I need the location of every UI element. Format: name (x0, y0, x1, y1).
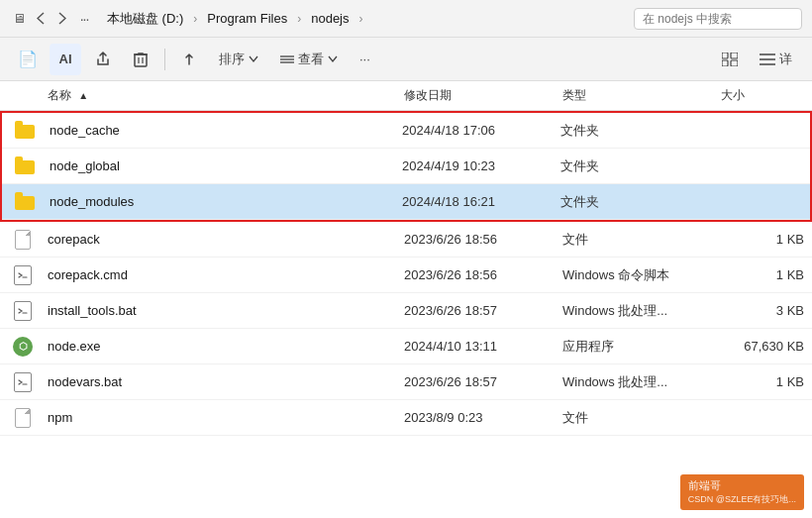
file-icon-cell (2, 194, 42, 210)
col-header-name[interactable]: 名称 ▲ (40, 87, 396, 104)
toolbar: 📄 AI 排序 查看 ··· 详 (0, 38, 812, 81)
table-row[interactable]: npm2023/8/9 0:23文件 (0, 400, 812, 436)
file-modified: 2023/8/9 0:23 (396, 410, 555, 425)
table-row[interactable]: nodevars.bat2023/6/26 18:57Windows 批处理..… (0, 364, 812, 400)
cmd-file-icon (14, 372, 32, 392)
list-view-button[interactable]: 详 (752, 44, 800, 75)
file-icon-cell (0, 301, 40, 321)
file-size: 1 KB (713, 267, 812, 282)
file-modified: 2023/6/26 18:57 (396, 303, 555, 318)
table-row[interactable]: install_tools.bat2023/6/26 18:57Windows … (0, 293, 812, 329)
file-type: 文件夹 (553, 193, 711, 211)
table-row[interactable]: node_global2024/4/19 10:23文件夹 (2, 149, 810, 184)
file-name: node_modules (50, 194, 134, 209)
file-type: 文件夹 (553, 157, 711, 175)
toolbar-separator (164, 49, 165, 70)
file-name: npm (48, 410, 72, 425)
file-name-cell: node_modules (42, 194, 394, 209)
file-icon-cell (0, 265, 40, 285)
file-modified: 2024/4/18 16:21 (394, 194, 553, 209)
table-row[interactable]: corepack2023/6/26 18:56文件1 KB (0, 222, 812, 258)
cmd-file-icon (14, 301, 32, 321)
file-modified: 2024/4/18 17:06 (394, 123, 553, 138)
file-size: 1 KB (713, 232, 812, 247)
new-file-button[interactable]: 📄 (12, 44, 44, 75)
file-name: corepack.cmd (48, 267, 128, 282)
file-type: 文件 (555, 231, 713, 249)
svg-rect-0 (135, 54, 147, 66)
file-type: 文件 (555, 409, 713, 427)
file-icon-cell (2, 158, 42, 174)
delete-button[interactable] (125, 44, 156, 75)
file-name: corepack (48, 232, 100, 247)
svg-rect-8 (731, 52, 738, 58)
search-input[interactable] (634, 8, 802, 30)
sort-button[interactable]: 排序 (211, 44, 266, 75)
file-name-cell: npm (40, 410, 396, 425)
file-modified: 2024/4/10 13:11 (396, 339, 555, 354)
file-type: Windows 命令脚本 (555, 266, 713, 284)
file-name-cell: node_cache (42, 123, 394, 138)
breadcrumb-program-files[interactable]: Program Files (201, 9, 293, 28)
breadcrumb-local-disk[interactable]: 本地磁盘 (D:) (101, 8, 189, 30)
file-type: Windows 批处理... (555, 373, 713, 391)
file-name-cell: corepack.cmd (40, 267, 396, 282)
highlighted-files-group: node_cache2024/4/18 17:06文件夹node_global2… (0, 111, 812, 222)
col-header-modified[interactable]: 修改日期 (396, 87, 555, 104)
file-icon-cell (2, 123, 42, 139)
file-modified: 2023/6/26 18:57 (396, 374, 555, 389)
col-header-type[interactable]: 类型 (555, 87, 713, 104)
file-list: node_cache2024/4/18 17:06文件夹node_global2… (0, 111, 812, 518)
detail-view-button[interactable] (714, 44, 746, 75)
file-name: node_global (50, 158, 120, 173)
ai-button[interactable]: AI (50, 44, 81, 75)
more-toolbar-button[interactable]: ··· (352, 44, 378, 75)
table-row[interactable]: node_modules2024/4/18 16:21文件夹 (2, 184, 810, 220)
file-icon-cell (0, 372, 40, 392)
more-nav-button[interactable]: ··· (75, 10, 93, 28)
file-type: Windows 批处理... (555, 302, 713, 320)
monitor-icon[interactable]: 🖥 (10, 10, 28, 28)
share-button[interactable] (87, 44, 119, 75)
col-header-size[interactable]: 大小 (713, 87, 812, 104)
table-row[interactable]: node_cache2024/4/18 17:06文件夹 (2, 113, 810, 149)
column-headers: 名称 ▲ 修改日期 类型 大小 (0, 81, 812, 111)
sort-up-icon (173, 44, 205, 75)
svg-rect-7 (722, 60, 728, 66)
node-exe-icon: ⬡ (13, 337, 33, 357)
file-modified: 2023/6/26 18:56 (396, 267, 555, 282)
forward-button[interactable] (53, 10, 71, 28)
file-name-cell: corepack (40, 232, 396, 247)
toolbar-right: 详 (714, 44, 800, 75)
file-modified: 2024/4/19 10:23 (394, 158, 553, 173)
folder-icon (15, 158, 35, 174)
table-row[interactable]: ⬡node.exe2024/4/10 13:11应用程序67,630 KB (0, 329, 812, 364)
file-size: 1 KB (713, 374, 812, 389)
back-button[interactable] (32, 10, 50, 28)
folder-icon (15, 194, 35, 210)
cmd-file-icon (14, 265, 32, 285)
file-name: node_cache (50, 123, 120, 138)
view-button[interactable]: 查看 (272, 44, 346, 75)
svg-rect-9 (731, 60, 738, 66)
file-name-cell: nodevars.bat (40, 374, 396, 389)
file-name-cell: node_global (42, 158, 394, 173)
file-icon (15, 230, 31, 250)
file-type: 应用程序 (555, 338, 713, 356)
svg-rect-6 (722, 52, 728, 58)
file-name-cell: node.exe (40, 339, 396, 354)
titlebar: 🖥 ··· 本地磁盘 (D:) › Program Files › nodejs… (0, 0, 812, 38)
file-name: nodevars.bat (48, 374, 122, 389)
file-icon-cell (0, 408, 40, 428)
file-icon (15, 408, 31, 428)
table-row[interactable]: corepack.cmd2023/6/26 18:56Windows 命令脚本1… (0, 258, 812, 293)
file-name-cell: install_tools.bat (40, 303, 396, 318)
file-modified: 2023/6/26 18:56 (396, 232, 555, 247)
breadcrumb-nodejs[interactable]: nodejs (305, 9, 355, 28)
file-type: 文件夹 (553, 122, 711, 140)
file-icon-cell: ⬡ (0, 337, 40, 357)
file-size: 3 KB (713, 303, 812, 318)
file-name: install_tools.bat (48, 303, 137, 318)
file-icon-cell (0, 230, 40, 250)
file-name: node.exe (48, 339, 101, 354)
